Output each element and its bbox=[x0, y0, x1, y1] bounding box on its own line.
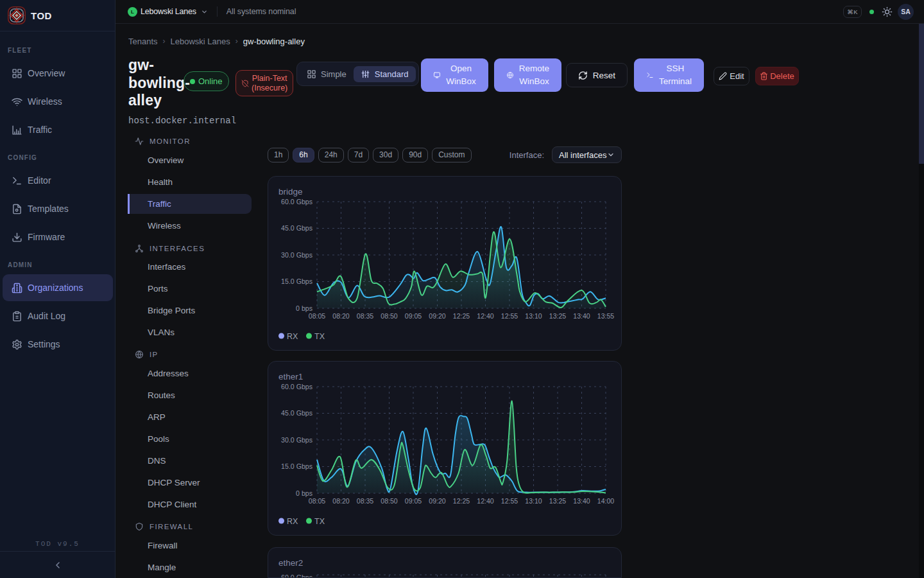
svg-text:15.0 Gbps: 15.0 Gbps bbox=[281, 462, 312, 470]
svg-text:TX: TX bbox=[314, 332, 325, 341]
svg-text:ether1: ether1 bbox=[278, 372, 303, 381]
svg-text:30.0 Gbps: 30.0 Gbps bbox=[281, 251, 312, 259]
svg-text:bridge: bridge bbox=[278, 187, 303, 197]
svg-text:08:50: 08:50 bbox=[381, 312, 398, 320]
svg-text:12:40: 12:40 bbox=[477, 497, 494, 505]
svg-text:13:40: 13:40 bbox=[573, 497, 590, 505]
svg-text:30.0 Gbps: 30.0 Gbps bbox=[281, 436, 312, 444]
svg-text:13:55: 13:55 bbox=[597, 312, 615, 320]
svg-text:13:25: 13:25 bbox=[549, 497, 567, 505]
svg-text:45.0 Gbps: 45.0 Gbps bbox=[281, 224, 312, 232]
svg-text:13:25: 13:25 bbox=[549, 312, 567, 320]
svg-text:14:00: 14:00 bbox=[597, 497, 615, 505]
svg-text:45.0 Gbps: 45.0 Gbps bbox=[281, 409, 312, 417]
svg-text:12:55: 12:55 bbox=[501, 497, 518, 505]
svg-text:08:05: 08:05 bbox=[309, 497, 326, 505]
svg-text:60.0 Gbps: 60.0 Gbps bbox=[281, 198, 312, 206]
svg-text:09:20: 09:20 bbox=[429, 497, 446, 505]
svg-text:60.0 Gbps: 60.0 Gbps bbox=[281, 574, 312, 578]
svg-text:09:05: 09:05 bbox=[405, 497, 422, 505]
svg-text:13:40: 13:40 bbox=[573, 312, 590, 320]
svg-text:08:35: 08:35 bbox=[357, 497, 374, 505]
svg-text:12:40: 12:40 bbox=[477, 312, 494, 320]
svg-text:TX: TX bbox=[314, 517, 325, 526]
svg-text:09:05: 09:05 bbox=[405, 312, 422, 320]
svg-text:08:20: 08:20 bbox=[332, 497, 350, 505]
svg-text:12:25: 12:25 bbox=[453, 312, 470, 320]
svg-text:0 bps: 0 bps bbox=[296, 489, 312, 497]
svg-text:13:10: 13:10 bbox=[525, 312, 542, 320]
svg-text:0 bps: 0 bps bbox=[296, 304, 312, 312]
svg-text:ether2: ether2 bbox=[278, 558, 303, 568]
svg-text:15.0 Gbps: 15.0 Gbps bbox=[281, 277, 312, 285]
svg-text:09:20: 09:20 bbox=[429, 312, 446, 320]
svg-text:08:05: 08:05 bbox=[309, 312, 326, 320]
svg-text:RX: RX bbox=[287, 332, 298, 341]
svg-text:08:35: 08:35 bbox=[357, 312, 374, 320]
svg-text:08:50: 08:50 bbox=[381, 497, 398, 505]
svg-text:RX: RX bbox=[287, 517, 298, 526]
svg-text:13:10: 13:10 bbox=[525, 497, 542, 505]
svg-text:12:25: 12:25 bbox=[453, 497, 470, 505]
svg-text:60.0 Gbps: 60.0 Gbps bbox=[281, 383, 312, 390]
svg-text:08:20: 08:20 bbox=[332, 312, 350, 320]
svg-text:12:55: 12:55 bbox=[501, 312, 518, 320]
